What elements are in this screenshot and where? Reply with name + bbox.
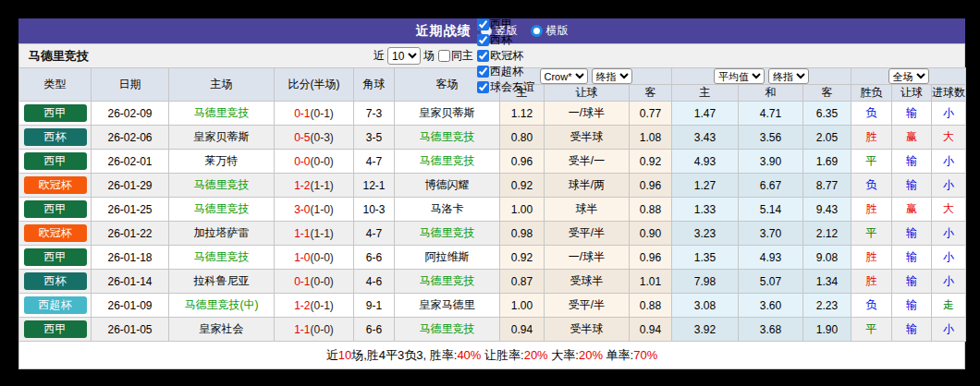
match-type-badge: 西甲 xyxy=(19,150,92,174)
corner-score: 3-5 xyxy=(354,126,395,150)
match-count-select[interactable]: 10 xyxy=(387,47,421,65)
avg-home-odds: 7.98 xyxy=(672,270,739,294)
match-date: 26-01-14 xyxy=(92,270,169,294)
avg-draw-odds: 3.68 xyxy=(739,318,803,342)
home-team-link[interactable]: 马德里竞技 xyxy=(169,246,275,270)
sub-header-hcp-result: 让球 xyxy=(892,85,932,102)
competition-checkbox[interactable]: 球会友谊 xyxy=(477,79,534,95)
away-team-link[interactable]: 马德里竞技 xyxy=(395,222,500,246)
home-team-link[interactable]: 莱万特 xyxy=(169,150,275,174)
fulltime-score: 1-2 xyxy=(294,299,310,312)
match-result: 负 xyxy=(851,174,892,198)
match-type-badge: 西甲 xyxy=(19,318,92,342)
score-cell: 0-1(0-1) xyxy=(275,102,354,126)
competition-badge: 西甲 xyxy=(24,200,87,218)
summary-stat-label: 大率: xyxy=(548,348,579,362)
col-header-date: 日期 xyxy=(92,68,169,102)
avg-away-odds: 2.23 xyxy=(803,294,851,318)
avg-stage-select[interactable]: 终指 xyxy=(768,68,809,84)
away-team-link[interactable]: 马德里竞技 xyxy=(395,318,500,342)
table-row: 西杯26-02-06皇家贝蒂斯0-5(0-3)3-5马德里竞技0.80受半球1.… xyxy=(19,126,966,150)
halftime-score: (1-0) xyxy=(311,203,334,216)
halftime-score: (1-1) xyxy=(311,227,334,240)
home-team-link[interactable]: 马德里竞技(中) xyxy=(169,294,275,318)
halftime-score: (1-1) xyxy=(311,179,334,192)
sub-header-avg-home: 主 xyxy=(672,85,739,102)
avg-draw-odds: 3.56 xyxy=(739,126,803,150)
competition-checkbox-input[interactable] xyxy=(477,50,489,62)
handicap-line: 球半 xyxy=(545,198,630,222)
home-team-link[interactable]: 加拉塔萨雷 xyxy=(169,222,275,246)
sub-header-handicap: 让球 xyxy=(545,85,630,102)
corner-score: 6-6 xyxy=(354,318,395,342)
home-team-link[interactable]: 皇家贝蒂斯 xyxy=(169,126,275,150)
score-cell: 0-5(0-3) xyxy=(275,126,354,150)
corner-score: 9-1 xyxy=(354,294,395,318)
avg-home-odds: 3.43 xyxy=(672,126,739,150)
corner-score: 7-3 xyxy=(354,102,395,126)
score-cell: 0-0(0-0) xyxy=(275,150,354,174)
avg-draw-odds: 3.70 xyxy=(739,222,803,246)
avg-home-odds: 1.33 xyxy=(672,198,739,222)
away-team-link[interactable]: 马德里竞技 xyxy=(395,150,500,174)
odds-source-select[interactable]: Crow* xyxy=(540,68,588,84)
avg-home-odds: 3.23 xyxy=(672,222,739,246)
same-home-label: 同主 xyxy=(451,48,473,64)
odds-stage-select[interactable]: 终指 xyxy=(592,68,632,84)
handicap-line: 受半/一 xyxy=(545,150,630,174)
home-team-link[interactable]: 马德里竞技 xyxy=(169,174,275,198)
average-group-header: 平均值终指 xyxy=(672,68,851,85)
competition-checkbox-input[interactable] xyxy=(477,18,489,30)
competition-filters: 西甲西杯欧冠杯西超杯球会友谊 xyxy=(473,17,534,95)
avg-source-select[interactable]: 平均值 xyxy=(714,68,765,84)
avg-away-odds: 8.77 xyxy=(803,174,851,198)
handicap-result: 赢 xyxy=(892,126,932,150)
match-date: 26-01-09 xyxy=(92,294,169,318)
competition-checkbox-input[interactable] xyxy=(477,66,489,78)
away-team-link[interactable]: 博德闪耀 xyxy=(395,174,500,198)
summary-stat-label: 让胜率: xyxy=(481,348,523,362)
home-team-link[interactable]: 皇家社会 xyxy=(169,318,275,342)
goals-result: 大 xyxy=(932,198,966,222)
away-team-link[interactable]: 马德里竞技 xyxy=(395,270,500,294)
handicap-away-odds: 0.77 xyxy=(630,102,672,126)
sub-header-avg-draw: 和 xyxy=(739,85,803,102)
same-home-checkbox-input[interactable] xyxy=(438,50,450,62)
table-row: 西甲26-01-05皇家社会1-1(0-0)6-6马德里竞技0.94受半球0.9… xyxy=(19,318,966,342)
radio-horizontal-label: 横版 xyxy=(546,23,569,39)
goals-result: 小 xyxy=(932,150,966,174)
competition-checkbox-input[interactable] xyxy=(477,81,489,93)
handicap-home-odds: 1.00 xyxy=(500,294,545,318)
match-date: 26-02-01 xyxy=(92,150,169,174)
home-team-link[interactable]: 马德里竞技 xyxy=(169,102,275,126)
home-team-link[interactable]: 马德里竞技 xyxy=(169,198,275,222)
competition-checkbox-input[interactable] xyxy=(477,34,489,46)
competition-checkbox[interactable]: 欧冠杯 xyxy=(477,48,534,64)
goals-result: 小 xyxy=(932,318,966,342)
handicap-result: 输 xyxy=(892,318,932,342)
competition-checkbox[interactable]: 西超杯 xyxy=(477,64,534,79)
sub-header-goals: 进球数 xyxy=(932,85,966,102)
avg-draw-odds: 3.60 xyxy=(739,294,803,318)
results-table: 类型 日期 主场 比分(半场) 角球 客场 Crow*终指 平均值终指 全场 主… xyxy=(18,67,966,342)
handicap-away-odds: 1.01 xyxy=(630,270,672,294)
home-team-link[interactable]: 拉科鲁尼亚 xyxy=(169,270,275,294)
competition-checkbox[interactable]: 西甲 xyxy=(477,17,534,32)
away-team-link[interactable]: 马洛卡 xyxy=(395,198,500,222)
radio-horizontal-layout[interactable]: 横版 xyxy=(531,23,569,39)
scope-select[interactable]: 全场 xyxy=(888,68,929,84)
handicap-line: 受平/半 xyxy=(545,294,630,318)
summary-stat-value: 40% xyxy=(457,348,481,362)
fulltime-score: 0-5 xyxy=(294,131,310,144)
away-team-link[interactable]: 皇家马德里 xyxy=(395,294,500,318)
same-home-checkbox[interactable]: 同主 xyxy=(438,48,473,64)
competition-checkbox[interactable]: 西杯 xyxy=(477,32,534,48)
away-team-link[interactable]: 马德里竞技 xyxy=(395,126,500,150)
away-team-link[interactable]: 皇家贝蒂斯 xyxy=(395,102,500,126)
match-type-badge: 西杯 xyxy=(19,126,92,150)
handicap-away-odds: 0.96 xyxy=(630,246,672,270)
avg-home-odds: 1.27 xyxy=(672,174,739,198)
avg-away-odds: 1.34 xyxy=(803,270,851,294)
away-team-link[interactable]: 阿拉维斯 xyxy=(395,246,500,270)
handicap-line: 受平/半 xyxy=(545,222,630,246)
